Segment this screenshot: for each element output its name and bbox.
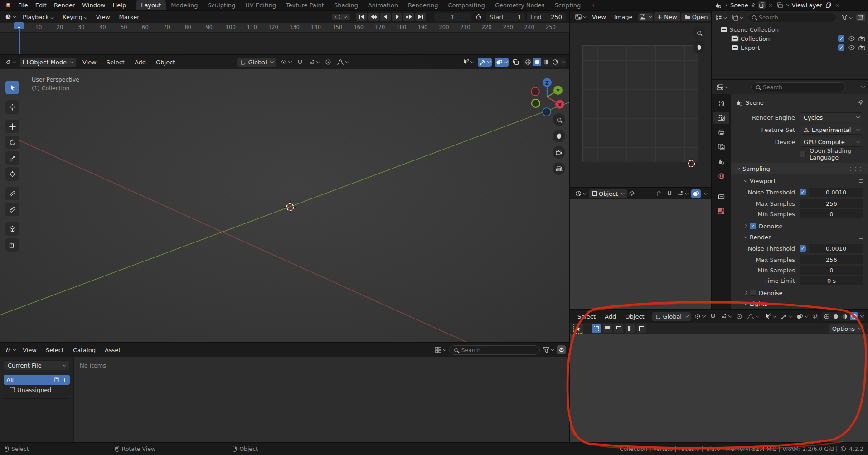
tab-rendering[interactable]: Rendering: [403, 0, 443, 10]
jump-to-start-button[interactable]: [356, 13, 367, 21]
disable-render-camera-icon[interactable]: [858, 45, 865, 50]
image-zoom-icon[interactable]: [693, 26, 705, 39]
outliner-row-export[interactable]: Export ✓: [714, 43, 865, 52]
new-scene-copy-icon[interactable]: [758, 1, 766, 9]
outliner-row-collection[interactable]: Collection ✓: [714, 34, 865, 43]
image-menu-view[interactable]: View: [588, 12, 610, 22]
options-dropdown[interactable]: Options: [829, 324, 864, 333]
transform-orientation-dropdown[interactable]: Global: [652, 312, 691, 321]
asset-menu-view[interactable]: View: [19, 345, 40, 355]
select-box-tool-button[interactable]: [592, 324, 601, 333]
jump-to-end-button[interactable]: [415, 13, 426, 21]
tab-modeling[interactable]: Modeling: [166, 0, 203, 10]
tab-world-properties[interactable]: [713, 170, 729, 182]
tab-output-properties[interactable]: [713, 126, 729, 138]
osl-checkbox[interactable]: [800, 151, 806, 157]
rotate-tool[interactable]: [5, 136, 19, 149]
menu-help[interactable]: Help: [109, 0, 130, 10]
preset-list-icon[interactable]: ☰: [859, 179, 863, 184]
render-denoise-row[interactable]: Denoise: [736, 288, 863, 298]
pivot-point-dropdown[interactable]: [693, 312, 707, 320]
tab-sculpting[interactable]: Sculpting: [203, 0, 240, 10]
snap-magnet-icon[interactable]: [665, 189, 674, 198]
collection-checkbox[interactable]: ✓: [838, 44, 844, 51]
catalog-all[interactable]: All +: [4, 375, 70, 385]
tab-render-properties[interactable]: [713, 112, 729, 124]
selectability-dropdown[interactable]: [764, 312, 777, 320]
add-cube-tool[interactable]: [5, 222, 19, 236]
catalog-unassigned[interactable]: Unassigned: [4, 385, 70, 395]
measure-tool[interactable]: [5, 203, 19, 216]
transform-orientation-dropdown[interactable]: Global: [237, 58, 276, 67]
time-limit-field[interactable]: 0 s: [800, 276, 863, 285]
menu-render[interactable]: Render: [50, 0, 78, 10]
render-subpanel-header[interactable]: Render ☰: [736, 232, 863, 242]
viewport-denoise-row[interactable]: ✓ Denoise: [736, 221, 863, 231]
viewport-subpanel-header[interactable]: Viewport ☰: [736, 176, 863, 186]
asset-settings-gear-icon[interactable]: ⚙: [557, 345, 566, 354]
select-extend-tool-button[interactable]: [603, 324, 612, 333]
image-editor[interactable]: View Image + New Open: [570, 11, 711, 187]
annotate-tool[interactable]: [5, 187, 19, 200]
snap-magnet-icon[interactable]: [296, 58, 305, 66]
outliner-search[interactable]: [747, 13, 837, 22]
pivot-point-dropdown[interactable]: [279, 58, 293, 66]
falloff-curve-icon[interactable]: [746, 312, 760, 320]
bottom-menu-add[interactable]: Add: [601, 312, 620, 321]
tab-uv-editing[interactable]: UV Editing: [240, 0, 281, 10]
gizmo-toggle[interactable]: [779, 312, 793, 321]
bottom-menu-object[interactable]: Object: [621, 312, 648, 321]
timeline-menu-playback[interactable]: Playback: [19, 12, 57, 22]
cursor-tool[interactable]: [5, 100, 19, 114]
next-keyframe-button[interactable]: [403, 13, 414, 21]
viewport-3d[interactable]: Object Mode View Select Add Object Globa…: [0, 55, 569, 342]
device-dropdown[interactable]: GPU Compute: [800, 137, 863, 147]
new-image-button[interactable]: + New: [654, 12, 680, 21]
proportional-editing-icon[interactable]: [735, 312, 744, 320]
asset-filter-funnel[interactable]: [542, 346, 555, 354]
shading-material-button[interactable]: [841, 312, 849, 320]
shading-wireframe-button[interactable]: [524, 58, 532, 66]
shading-material-button[interactable]: [542, 58, 550, 66]
tab-animation[interactable]: Animation: [363, 0, 403, 10]
noise-threshold-field[interactable]: 0.0010: [809, 244, 863, 253]
image-pan-hand-icon[interactable]: [693, 41, 705, 53]
preset-list-icon[interactable]: ☰: [859, 235, 863, 240]
pin-icon[interactable]: [751, 3, 756, 8]
select-subtract-tool-button[interactable]: [614, 324, 623, 333]
min-samples-field[interactable]: 0: [800, 266, 863, 275]
tab-texture-paint[interactable]: Texture Paint: [281, 0, 329, 10]
select-box-tool[interactable]: [5, 81, 19, 94]
noise-threshold-checkbox[interactable]: ✓: [800, 189, 806, 195]
viewport-ortho-grid-icon[interactable]: [553, 162, 565, 175]
tab-viewlayer-properties[interactable]: [713, 141, 729, 153]
proportional-editing-icon[interactable]: [324, 58, 333, 66]
navigation-gizmo[interactable]: Z Y X: [524, 73, 569, 119]
tab-scene-properties[interactable]: [713, 155, 729, 167]
play-button[interactable]: [392, 13, 402, 21]
select-intersect-tool-button[interactable]: [637, 324, 646, 333]
viewport-menu-object[interactable]: Object: [152, 58, 179, 67]
viewport-menu-add[interactable]: Add: [131, 58, 150, 67]
editor-type-image-icon[interactable]: [574, 13, 587, 21]
duplicate-tool[interactable]: [5, 238, 19, 252]
tab-texture-properties[interactable]: [713, 205, 729, 217]
unlink-scene-icon[interactable]: ×: [768, 2, 773, 9]
denoise-checkbox[interactable]: [750, 290, 756, 296]
bottom-menu-select[interactable]: Select: [574, 312, 599, 321]
outliner-filter-image-dropdown[interactable]: [731, 14, 744, 22]
scale-tool[interactable]: [5, 151, 19, 165]
menu-edit[interactable]: Edit: [32, 0, 50, 10]
new-viewlayer-icon[interactable]: [824, 1, 833, 9]
play-reverse-button[interactable]: [380, 13, 391, 21]
secondary-editor[interactable]: Object: [570, 188, 711, 309]
asset-menu-catalog[interactable]: Catalog: [69, 345, 99, 355]
overlays-toggle[interactable]: [691, 189, 701, 198]
viewport-menu-select[interactable]: Select: [103, 58, 128, 67]
outliner-row-scene-collection[interactable]: Scene Collection: [714, 25, 865, 34]
tab-geometry-nodes[interactable]: Geometry Nodes: [490, 0, 550, 10]
snap-target-dropdown[interactable]: [719, 312, 733, 320]
outliner[interactable]: Scene Collection Collection ✓ Export ✓: [712, 11, 868, 79]
gizmo-x-negative[interactable]: [531, 87, 539, 96]
falloff-curve-icon[interactable]: [335, 58, 350, 66]
